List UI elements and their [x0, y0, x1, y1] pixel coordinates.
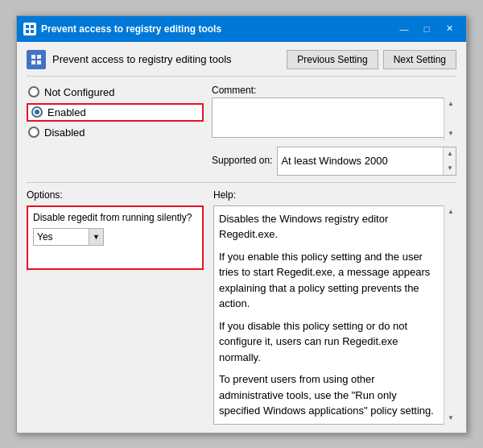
main-body-top: Not Configured Enabled Disabled — [27, 85, 456, 176]
supported-box: At least Windows 2000 ▲ ▼ — [277, 147, 456, 176]
supported-section: Supported on: At least Windows 2000 ▲ ▼ — [212, 147, 456, 176]
help-para-2: If you enable this policy setting and th… — [219, 249, 438, 312]
svg-rect-3 — [31, 30, 34, 33]
close-button[interactable]: ✕ — [439, 21, 460, 37]
radio-group: Not Configured Enabled Disabled — [27, 85, 204, 140]
window-icon — [23, 23, 36, 35]
svg-rect-2 — [26, 30, 29, 33]
previous-setting-button[interactable]: Previous Setting — [287, 50, 378, 69]
svg-rect-6 — [31, 60, 35, 64]
not-configured-option[interactable]: Not Configured — [27, 85, 204, 100]
content-area: Prevent access to registry editing tools… — [17, 42, 466, 433]
help-panel: Help: Disables the Windows registry edit… — [213, 189, 456, 425]
options-question: Disable regedit from running silently? — [33, 212, 197, 223]
bottom-section: Options: Disable regedit from running si… — [27, 189, 456, 425]
supported-value: At least Windows 2000 — [281, 155, 387, 167]
maximize-button[interactable]: □ — [416, 21, 437, 37]
select-wrapper: Yes No ▼ — [33, 228, 197, 246]
disabled-option[interactable]: Disabled — [27, 125, 204, 140]
yes-no-select[interactable]: Yes No — [33, 228, 89, 246]
help-title: Help: — [213, 189, 456, 201]
comment-section: Comment: ▲ ▼ — [212, 85, 456, 140]
divider — [27, 182, 456, 183]
supported-box-wrapper: At least Windows 2000 ▲ ▼ — [277, 147, 456, 176]
main-window: Prevent access to registry editing tools… — [16, 15, 467, 433]
enabled-label: Enabled — [47, 106, 86, 118]
supported-scroll-down[interactable]: ▼ — [444, 162, 456, 175]
header-left: Prevent access to registry editing tools — [27, 50, 232, 69]
not-configured-radio[interactable] — [28, 86, 39, 97]
radio-dot — [35, 110, 39, 114]
titlebar: Prevent access to registry editing tools… — [17, 16, 466, 42]
help-box-wrapper: Disables the Windows registry editor Reg… — [213, 205, 456, 425]
comment-scrollbar: ▲ ▼ — [444, 97, 456, 140]
help-scroll-down[interactable]: ▼ — [444, 412, 457, 425]
comment-label: Comment: — [212, 85, 456, 96]
options-panel: Options: Disable regedit from running si… — [27, 189, 204, 425]
svg-rect-5 — [37, 55, 41, 59]
header-title: Prevent access to registry editing tools — [52, 53, 232, 65]
supported-scrollbar: ▲ ▼ — [443, 147, 456, 175]
svg-rect-4 — [31, 55, 35, 59]
options-box: Disable regedit from running silently? Y… — [27, 205, 204, 270]
help-para-4: To prevent users from using other admini… — [219, 371, 438, 419]
supported-label: Supported on: — [212, 155, 272, 166]
svg-rect-1 — [31, 25, 34, 28]
help-box: Disables the Windows registry editor Reg… — [213, 205, 456, 425]
help-para-1: Disables the Windows registry editor Reg… — [219, 211, 438, 243]
policy-icon — [27, 50, 46, 69]
scroll-down-arrow[interactable]: ▼ — [444, 127, 457, 140]
header-buttons: Previous Setting Next Setting — [287, 50, 456, 69]
help-scroll-up[interactable]: ▲ — [444, 205, 457, 218]
supported-row: Supported on: At least Windows 2000 ▲ ▼ — [212, 147, 456, 176]
titlebar-left: Prevent access to registry editing tools — [23, 23, 221, 35]
scroll-up-arrow[interactable]: ▲ — [444, 97, 457, 110]
enabled-option[interactable]: Enabled — [27, 103, 204, 122]
supported-scroll-up[interactable]: ▲ — [444, 147, 456, 160]
titlebar-controls: — □ ✕ — [394, 21, 460, 37]
minimize-button[interactable]: — — [394, 21, 415, 37]
header-row: Prevent access to registry editing tools… — [27, 50, 456, 77]
next-setting-button[interactable]: Next Setting — [383, 50, 456, 69]
left-panel: Not Configured Enabled Disabled — [27, 85, 212, 176]
disabled-label: Disabled — [44, 127, 85, 139]
comment-box-wrapper: ▲ ▼ — [212, 97, 456, 140]
right-area: Comment: ▲ ▼ Supported on: — [212, 85, 456, 176]
svg-rect-0 — [26, 25, 29, 28]
enabled-radio[interactable] — [31, 106, 43, 118]
window-title: Prevent access to registry editing tools — [41, 23, 221, 35]
not-configured-label: Not Configured — [44, 86, 114, 98]
help-scrollbar: ▲ ▼ — [444, 205, 456, 425]
disabled-radio[interactable] — [28, 127, 39, 138]
options-title: Options: — [27, 189, 204, 201]
select-dropdown-arrow[interactable]: ▼ — [89, 228, 104, 246]
comment-textarea[interactable] — [212, 97, 456, 138]
svg-rect-7 — [37, 60, 41, 64]
help-para-3: If you disable this policy setting or do… — [219, 318, 438, 366]
